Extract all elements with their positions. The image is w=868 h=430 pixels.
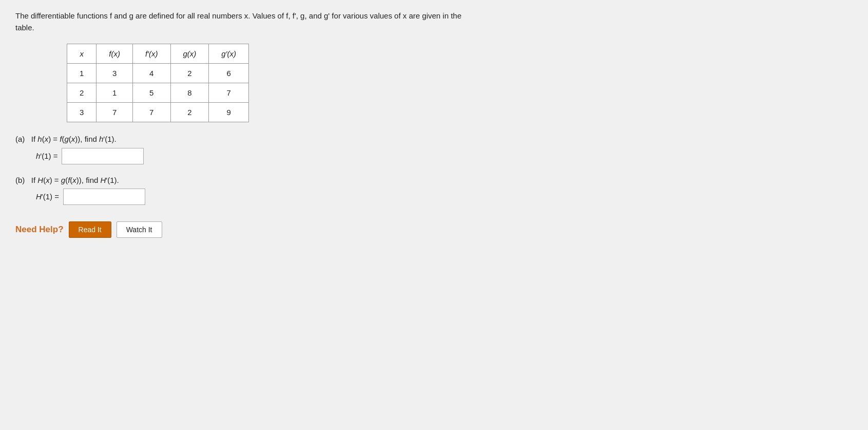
watch-it-button[interactable]: Watch It bbox=[117, 221, 162, 238]
col-header-gx: g(x) bbox=[170, 44, 209, 64]
table-row: 13426 bbox=[67, 64, 249, 83]
table-cell: 5 bbox=[133, 83, 170, 103]
col-header-x: x bbox=[67, 44, 97, 64]
table-cell: 3 bbox=[97, 64, 133, 83]
part-a-answer-label: h′(1) = bbox=[36, 149, 57, 163]
part-a: (a) If h(x) = f(g(x)), find h′(1). h′(1)… bbox=[15, 133, 853, 164]
table-cell: 2 bbox=[170, 103, 209, 122]
table-cell: 4 bbox=[133, 64, 170, 83]
part-b-answer-label: H′(1) = bbox=[36, 190, 59, 203]
table-cell: 7 bbox=[97, 103, 133, 122]
part-a-input[interactable] bbox=[62, 148, 144, 164]
table-cell: 8 bbox=[170, 83, 209, 103]
table-cell: 2 bbox=[67, 83, 97, 103]
read-it-button[interactable]: Read It bbox=[69, 221, 111, 238]
part-b-input[interactable] bbox=[63, 189, 145, 205]
table-cell: 7 bbox=[209, 83, 249, 103]
problem-description: The differentiable functions f and g are… bbox=[15, 10, 477, 33]
table-cell: 1 bbox=[67, 64, 97, 83]
table-cell: 6 bbox=[209, 64, 249, 83]
need-help-label: Need Help? bbox=[15, 225, 64, 235]
table-row: 21587 bbox=[67, 83, 249, 103]
table-cell: 7 bbox=[133, 103, 170, 122]
data-table-wrapper: x f(x) f′(x) g(x) g′(x) 134262158737729 bbox=[67, 44, 853, 122]
col-header-gpx: g′(x) bbox=[209, 44, 249, 64]
col-header-fpx: f′(x) bbox=[133, 44, 170, 64]
table-cell: 3 bbox=[67, 103, 97, 122]
table-cell: 2 bbox=[170, 64, 209, 83]
col-header-fx: f(x) bbox=[97, 44, 133, 64]
problem-container: The differentiable functions f and g are… bbox=[15, 10, 853, 238]
data-table: x f(x) f′(x) g(x) g′(x) 134262158737729 bbox=[67, 44, 249, 122]
table-cell: 9 bbox=[209, 103, 249, 122]
part-b: (b) If H(x) = g(f(x)), find H′(1). H′(1)… bbox=[15, 174, 853, 205]
table-cell: 1 bbox=[97, 83, 133, 103]
part-a-label: (a) bbox=[15, 135, 25, 143]
part-b-label: (b) bbox=[15, 176, 25, 184]
table-row: 37729 bbox=[67, 103, 249, 122]
need-help-row: Need Help? Read It Watch It bbox=[15, 221, 853, 238]
